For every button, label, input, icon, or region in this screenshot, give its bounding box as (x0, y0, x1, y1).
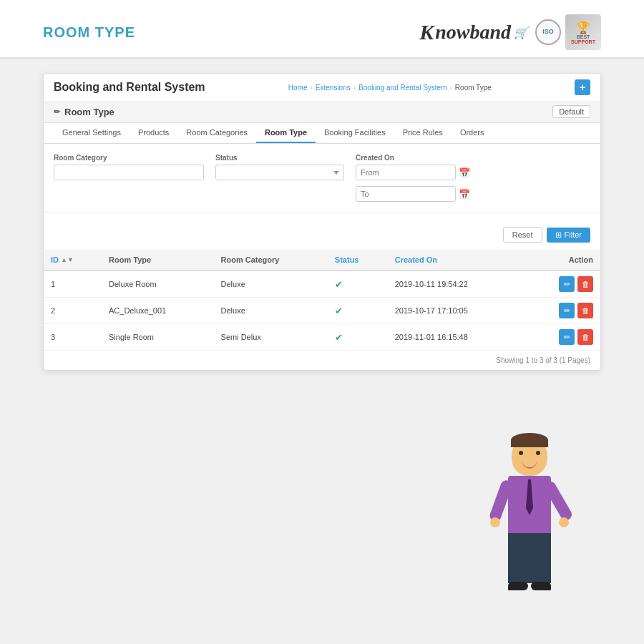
status-check-icon: ✔ (335, 332, 343, 343)
filter-button[interactable]: ⊞ Filter (547, 228, 590, 243)
cell-created-on: 2019-11-01 16:15:48 (388, 324, 525, 351)
col-action: Action (525, 250, 600, 270)
breadcrumb-current: Room Type (455, 84, 492, 92)
badge-area: ISO 🏆 BEST SUPPORT (535, 14, 601, 50)
breadcrumb-extensions[interactable]: Extensions (316, 84, 351, 92)
delete-button[interactable]: 🗑 (577, 303, 593, 318)
cell-status: ✔ (328, 324, 388, 351)
char-body (508, 476, 551, 533)
add-button[interactable]: + (575, 79, 590, 95)
breadcrumb-home[interactable]: Home (288, 84, 308, 92)
to-calendar-icon[interactable]: 📅 (459, 189, 470, 200)
cell-room-type: Single Room (102, 324, 214, 351)
char-tie (526, 479, 533, 515)
main-panel: Booking and Rental System Home › Extensi… (43, 73, 601, 371)
status-check-icon: ✔ (335, 306, 343, 316)
breadcrumb-booking[interactable]: Booking and Rental System (358, 84, 447, 92)
cell-room-category: Deluxe (214, 298, 328, 324)
cell-room-type: AC_Deluxe_001 (102, 298, 214, 324)
breadcrumb: Home › Extensions › Booking and Rental S… (288, 84, 492, 92)
char-hand-right (559, 517, 569, 527)
table-row: 3 Single Room Semi Delux ✔ 2019-11-01 16… (44, 324, 600, 351)
char-eye-right (536, 451, 540, 455)
table-container: ID ▲▼ Room Type Room Category Status Cre… (44, 250, 600, 370)
cell-status: ✔ (328, 298, 388, 324)
col-room-category: Room Category (214, 250, 328, 270)
char-shoe-left (508, 582, 528, 590)
iso-badge: ISO (535, 19, 561, 45)
tab-room-type[interactable]: Room Type (256, 123, 316, 143)
tab-booking-facilities[interactable]: Booking Facilities (316, 123, 394, 143)
panel-title: ✏ Room Type (54, 107, 114, 117)
edit-button[interactable]: ✏ (559, 276, 575, 292)
col-id[interactable]: ID ▲▼ (44, 250, 102, 270)
filter-actions: Reset ⊞ Filter (44, 227, 600, 250)
default-dropdown[interactable]: Default (552, 105, 590, 118)
to-date-input[interactable] (356, 186, 456, 202)
app-header-row: Booking and Rental System Home › Extensi… (44, 74, 600, 101)
award-badge: 🏆 BEST SUPPORT (565, 14, 601, 50)
char-leg-right (530, 533, 551, 583)
char-pants (508, 533, 551, 583)
cell-created-on: 2019-10-17 17:10:05 (388, 298, 525, 324)
page-title: ROOM TYPE (43, 24, 135, 41)
brand-logo: K nowband 🛒 (419, 20, 528, 44)
status-filter: Status Active Inactive (215, 154, 344, 180)
panel-title-bar: ✏ Room Type Default (44, 101, 600, 123)
tab-products[interactable]: Products (130, 123, 177, 143)
char-head (512, 436, 547, 476)
tab-orders[interactable]: Orders (452, 123, 493, 143)
status-label: Status (215, 154, 344, 162)
char-hair (511, 433, 548, 447)
edit-button[interactable]: ✏ (559, 303, 575, 318)
main-content: Booking and Rental System Home › Extensi… (0, 59, 644, 385)
tab-room-categories[interactable]: Room Categories (177, 123, 256, 143)
tabs-bar: General Settings Products Room Categorie… (44, 123, 600, 144)
table-row: 1 Deluxe Room Deluxe ✔ 2019-10-11 19:54:… (44, 270, 600, 298)
col-status[interactable]: Status (328, 250, 388, 270)
logo-k-letter: K (419, 20, 434, 44)
table-header-row: ID ▲▼ Room Type Room Category Status Cre… (44, 250, 600, 270)
pencil-icon: ✏ (54, 107, 60, 117)
filter-section: Room Category Status Active Inactive Cre… (44, 144, 600, 213)
tab-general-settings[interactable]: General Settings (54, 123, 130, 143)
cell-created-on: 2019-10-11 19:54:22 (388, 270, 525, 298)
status-select[interactable]: Active Inactive (215, 165, 344, 180)
created-on-filter: Created On 📅 📅 (356, 154, 470, 202)
edit-button[interactable]: ✏ (559, 329, 575, 345)
logo-text: nowband (435, 21, 511, 44)
room-type-table: ID ▲▼ Room Type Room Category Status Cre… (44, 250, 600, 351)
tab-price-rules[interactable]: Price Rules (394, 123, 452, 143)
cart-icon: 🛒 (514, 26, 528, 39)
delete-button[interactable]: 🗑 (577, 276, 593, 292)
char-arm-right (542, 479, 574, 522)
delete-button[interactable]: 🗑 (577, 329, 593, 345)
created-on-label: Created On (356, 154, 470, 162)
sort-arrows: ▲▼ (61, 256, 74, 263)
cell-action: ✏ 🗑 (525, 298, 600, 324)
trophy-icon: 🏆 (576, 21, 590, 34)
status-check-icon: ✔ (335, 279, 343, 290)
char-hand-left (490, 517, 500, 527)
to-date-row: 📅 (356, 186, 470, 202)
from-calendar-icon[interactable]: 📅 (459, 167, 470, 178)
cell-room-type: Deluxe Room (102, 270, 214, 298)
room-category-label: Room Category (54, 154, 204, 162)
char-eye-left (519, 451, 523, 455)
char-torso (472, 476, 587, 533)
cell-id: 3 (44, 324, 102, 351)
reset-button[interactable]: Reset (503, 227, 542, 243)
char-arm-left (488, 479, 514, 523)
top-header: ROOM TYPE K nowband 🛒 ISO 🏆 BEST SUPPORT (0, 0, 644, 59)
cell-id: 1 (44, 270, 102, 298)
room-category-input[interactable] (54, 165, 204, 180)
character-illustration (472, 436, 587, 623)
col-room-type: Room Type (102, 250, 214, 270)
char-shoe-right (531, 582, 551, 590)
cell-action: ✏ 🗑 (525, 324, 600, 351)
from-date-input[interactable] (356, 165, 456, 180)
logo-area: K nowband 🛒 ISO 🏆 BEST SUPPORT (419, 14, 601, 50)
col-created-on[interactable]: Created On (388, 250, 525, 270)
from-date-row: 📅 (356, 165, 470, 180)
cell-room-category: Deluxe (214, 270, 328, 298)
